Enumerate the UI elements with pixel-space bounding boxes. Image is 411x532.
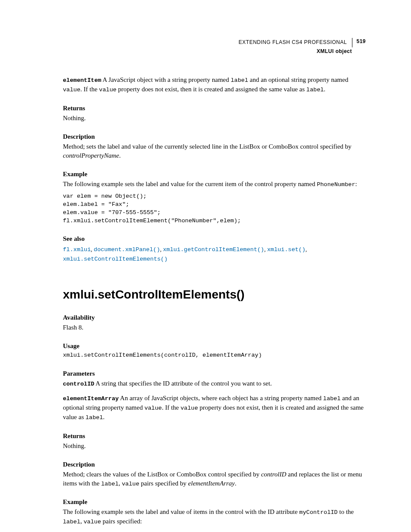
header-separator <box>352 38 352 47</box>
description-text: Method; clears the values of the ListBox… <box>63 470 366 488</box>
param-name: elementItemArray <box>63 395 119 402</box>
param-elementitemarray: elementItemArray An array of JavaScript … <box>63 394 366 422</box>
example-label: Example <box>63 498 366 507</box>
text: and an optional string property named <box>248 76 348 83</box>
inline-code: value <box>144 405 162 411</box>
inline-code: value <box>122 481 140 487</box>
text: Method; clears the values of the ListBox… <box>63 471 261 478</box>
usage-code: xmlui.setControlItemElements(controlID, … <box>63 352 366 360</box>
code-block: var elem = new Object(); elem.label = "F… <box>63 193 366 225</box>
see-also-links: fl.xmlui, document.xmlPanel(), xmlui.get… <box>63 245 366 264</box>
inline-code: label <box>306 87 324 93</box>
inline-code: label <box>101 481 119 487</box>
parameters-label: Parameters <box>63 369 366 378</box>
text: . If the <box>81 86 99 93</box>
text: : <box>355 180 357 187</box>
text: , <box>264 246 267 252</box>
example-label: Example <box>63 170 366 179</box>
text: A string that specifies the ID attribute… <box>94 380 272 387</box>
inline-code: label <box>230 77 248 84</box>
link-xmlui-setcontrolitemelements[interactable]: xmlui.setControlItemElements() <box>63 256 168 262</box>
page: EXTENDING FLASH CS4 PROFESSIONAL 519 XML… <box>0 0 411 532</box>
italic-text: controlPropertyName <box>63 152 119 159</box>
inline-code: label <box>85 414 103 421</box>
text: Method; sets the label and value of the … <box>63 143 352 150</box>
inline-code: label <box>63 519 81 525</box>
example-text: The following example sets the label and… <box>63 180 366 189</box>
inline-code: myControlID <box>299 509 338 516</box>
italic-text: controlID <box>261 471 286 478</box>
text: A JavaScript object with a string proper… <box>101 76 230 83</box>
text: . <box>103 414 105 420</box>
text: , <box>91 246 94 252</box>
example-text: The following example sets the label and… <box>63 507 366 526</box>
inline-code: value <box>63 87 81 93</box>
text: . If the <box>162 404 181 411</box>
text: The following example sets the label and… <box>63 508 299 515</box>
inline-code: PhoneNumber <box>317 181 355 188</box>
page-header: EXTENDING FLASH CS4 PROFESSIONAL 519 XML… <box>63 38 366 55</box>
returns-label: Returns <box>63 104 366 113</box>
text: , <box>81 518 84 525</box>
availability-text: Flash 8. <box>63 323 366 332</box>
inline-code: value <box>99 87 117 93</box>
description-label: Description <box>63 132 366 141</box>
text: . <box>119 152 121 159</box>
param-name: controlID <box>63 381 94 387</box>
usage-label: Usage <box>63 342 366 351</box>
text: The following example sets the label and… <box>63 180 317 187</box>
param-controlid: controlID A string that specifies the ID… <box>63 379 366 389</box>
inline-code: label <box>323 395 341 402</box>
header-subtitle: XMLUI object <box>63 48 352 55</box>
text: pairs specified by <box>139 480 188 487</box>
text: . <box>235 480 237 487</box>
link-document-xmlpanel[interactable]: document.xmlPanel() <box>94 246 160 253</box>
text: pairs specified: <box>101 518 142 525</box>
description-text: Method; sets the label and value of the … <box>63 142 366 160</box>
link-fl-xmlui[interactable]: fl.xmlui <box>63 246 91 253</box>
inline-code: value <box>181 405 198 411</box>
returns-text: Nothing. <box>63 114 366 123</box>
method-title: xmlui.setControlItemElements() <box>63 286 366 303</box>
returns-label: Returns <box>63 432 366 441</box>
text: to the <box>338 508 354 515</box>
italic-text: elementItemArray <box>188 480 235 487</box>
text: property does not exist, then it is crea… <box>116 86 306 93</box>
param-elementitem: elementItem A JavaScript object with a s… <box>63 75 366 94</box>
param-name: elementItem <box>63 77 101 84</box>
returns-text: Nothing. <box>63 442 366 451</box>
text: An array of JavaScript objects, where ea… <box>119 395 323 401</box>
availability-label: Availability <box>63 313 366 322</box>
see-also-label: See also <box>63 234 366 243</box>
link-xmlui-set[interactable]: xmlui.set() <box>267 246 305 253</box>
inline-code: value <box>84 519 101 525</box>
link-xmlui-getcontrolitemelement[interactable]: xmlui.getControlItemElement() <box>163 246 264 253</box>
text: , <box>305 246 307 252</box>
text: . <box>324 86 326 93</box>
page-number: 519 <box>356 38 366 44</box>
text: , <box>118 480 122 487</box>
header-title: EXTENDING FLASH CS4 PROFESSIONAL <box>239 39 347 45</box>
description-label: Description <box>63 460 366 469</box>
